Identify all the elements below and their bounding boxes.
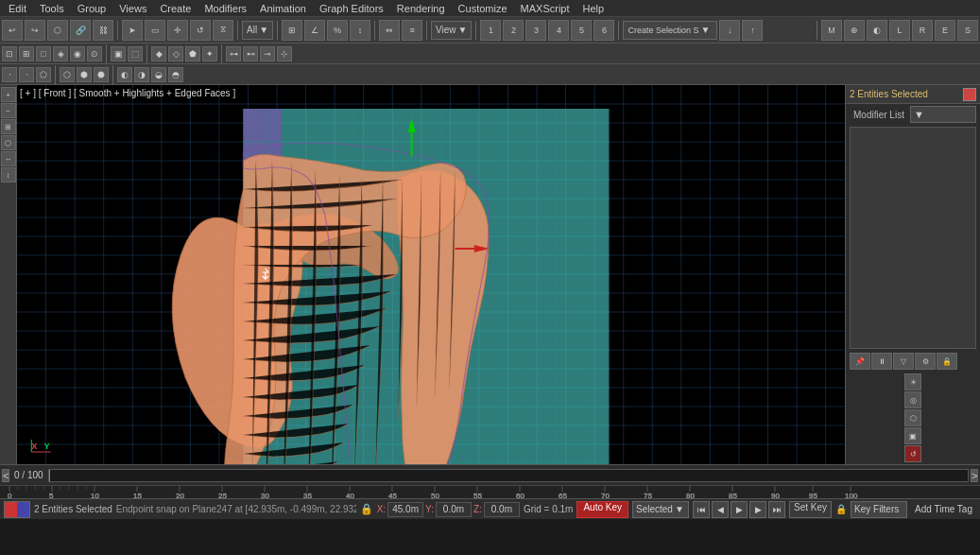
num1-btn[interactable]: 1 xyxy=(480,20,501,41)
tb2-btn9[interactable]: ◆ xyxy=(151,46,166,61)
scale-btn[interactable]: ⧖ xyxy=(213,20,233,41)
auto-key-btn[interactable]: Auto Key xyxy=(576,501,628,518)
menu-customize[interactable]: Customize xyxy=(452,2,514,15)
tb3-btn9[interactable]: ◒ xyxy=(151,67,166,82)
tb2-btn12[interactable]: ✦ xyxy=(202,46,217,61)
tb3-btn7[interactable]: ◐ xyxy=(117,67,132,82)
layer-dropdown[interactable]: All ▼ xyxy=(242,21,273,40)
select-region-btn[interactable]: ▭ xyxy=(145,20,165,41)
menu-views[interactable]: Views xyxy=(112,2,153,15)
tb2-btn15[interactable]: ⊸ xyxy=(260,46,275,61)
stat-btn[interactable]: S xyxy=(957,20,978,41)
x-value[interactable]: 45.0m xyxy=(387,502,423,517)
tb2-btn5[interactable]: ◉ xyxy=(70,46,85,61)
viewport-area[interactable]: [ + ] [ Front ] [ Smooth + Highlights + … xyxy=(17,85,845,464)
tb2-btn4[interactable]: ◈ xyxy=(53,46,68,61)
menu-animation[interactable]: Animation xyxy=(253,2,313,15)
tb2-btn1[interactable]: ⊡ xyxy=(2,46,17,61)
key-filters-dropdown[interactable]: Key Filters xyxy=(851,501,907,518)
select-obj-btn[interactable]: ⬡ xyxy=(47,20,68,41)
named-sel-btn2[interactable]: ↑ xyxy=(742,20,763,41)
tb3-btn5[interactable]: ⬢ xyxy=(77,67,92,82)
menu-tools[interactable]: Tools xyxy=(33,2,71,15)
timeline-scroll-right[interactable]: > xyxy=(971,469,978,482)
render-btn[interactable]: R xyxy=(912,20,933,41)
left-btn6[interactable]: ↕ xyxy=(1,167,16,182)
vert-btn[interactable]: ▽ xyxy=(893,353,914,370)
tb2-btn16[interactable]: ⊹ xyxy=(277,46,292,61)
manip-btn[interactable]: M xyxy=(821,20,842,41)
tb2-btn13[interactable]: ⊶ xyxy=(226,46,241,61)
num5-btn[interactable]: 5 xyxy=(571,20,592,41)
tb2-btn6[interactable]: ⊙ xyxy=(87,46,102,61)
set-key-btn[interactable]: Set Key xyxy=(789,501,832,518)
link-btn[interactable]: 🔗 xyxy=(70,20,91,41)
left-btn1[interactable]: + xyxy=(1,87,16,102)
snap-pct-btn[interactable]: % xyxy=(327,20,348,41)
tb2-btn3[interactable]: □ xyxy=(36,46,51,61)
snap-spinner-btn[interactable]: ↕ xyxy=(350,20,370,41)
num2-btn[interactable]: 2 xyxy=(503,20,524,41)
left-btn3[interactable]: ⊞ xyxy=(1,119,16,134)
move-btn[interactable]: ✛ xyxy=(167,20,188,41)
tb2-btn2[interactable]: ⊞ xyxy=(19,46,34,61)
tb2-btn14[interactable]: ⊷ xyxy=(243,46,258,61)
manip2-btn[interactable]: ⊕ xyxy=(844,20,865,41)
named-sel-btn[interactable]: ↓ xyxy=(719,20,740,41)
num4-btn[interactable]: 4 xyxy=(548,20,569,41)
modifier-dropdown[interactable]: ▼ xyxy=(910,106,976,123)
pin-stack-btn[interactable]: 📌 xyxy=(850,353,870,370)
create-selection-dropdown[interactable]: Create Selection S ▼ xyxy=(623,21,717,40)
rotate-btn[interactable]: ↺ xyxy=(190,20,211,41)
menu-maxscript[interactable]: MAXScript xyxy=(514,2,576,15)
play-btn[interactable]: ▶ xyxy=(731,501,748,518)
env-btn[interactable]: E xyxy=(935,20,955,41)
status-color-swatch[interactable] xyxy=(4,501,30,518)
layer2-btn[interactable]: L xyxy=(889,20,910,41)
select-btn[interactable]: ➤ xyxy=(122,20,143,41)
menu-create[interactable]: Create xyxy=(153,2,198,15)
tb3-btn1[interactable]: ⬝ xyxy=(2,67,17,82)
right-icon4[interactable]: ▣ xyxy=(904,427,921,444)
tb3-btn6[interactable]: ⬣ xyxy=(94,67,109,82)
snap-angle-btn[interactable]: ∠ xyxy=(304,20,325,41)
config-btn[interactable]: ⚙ xyxy=(915,353,936,370)
tb3-btn2[interactable]: ⬞ xyxy=(19,67,34,82)
next-key-btn[interactable]: ▶ xyxy=(749,501,766,518)
menu-rendering[interactable]: Rendering xyxy=(390,2,452,15)
pause-btn[interactable]: ⏸ xyxy=(871,353,892,370)
tb3-btn10[interactable]: ◓ xyxy=(168,67,183,82)
redo-btn[interactable]: ↪ xyxy=(25,20,45,41)
left-btn5[interactable]: ↔ xyxy=(1,151,16,166)
lock-btn[interactable]: 🔒 xyxy=(937,353,957,370)
tb3-btn4[interactable]: ⬡ xyxy=(60,67,75,82)
mirror-btn[interactable]: ⇔ xyxy=(379,20,400,41)
undo-btn[interactable]: ↩ xyxy=(2,20,23,41)
display-btn[interactable]: ◐ xyxy=(867,20,887,41)
prev-key-btn[interactable]: ◀ xyxy=(712,501,729,518)
tb2-btn7[interactable]: ▣ xyxy=(111,46,126,61)
right-icon2[interactable]: ◎ xyxy=(904,391,921,408)
menu-help[interactable]: Help xyxy=(576,2,611,15)
left-btn2[interactable]: − xyxy=(1,103,16,118)
viewport-dropdown[interactable]: View ▼ xyxy=(431,21,472,40)
menu-group[interactable]: Group xyxy=(71,2,113,15)
prev-frame-btn[interactable]: ⏮ xyxy=(693,501,710,518)
y-value[interactable]: 0.0m xyxy=(436,502,472,517)
tb2-btn10[interactable]: ◇ xyxy=(168,46,183,61)
tb3-btn8[interactable]: ◑ xyxy=(134,67,149,82)
right-icon1[interactable]: ☀ xyxy=(904,373,921,390)
unlink-btn[interactable]: ⛓ xyxy=(93,20,113,41)
menu-edit[interactable]: Edit xyxy=(2,2,33,15)
z-value[interactable]: 0.0m xyxy=(484,502,520,517)
right-icon5[interactable]: ↺ xyxy=(904,445,921,462)
menu-graph-editors[interactable]: Graph Editors xyxy=(313,2,390,15)
tb2-btn11[interactable]: ⬟ xyxy=(185,46,200,61)
menu-modifiers[interactable]: Modifiers xyxy=(198,2,253,15)
left-btn4[interactable]: ⬡ xyxy=(1,135,16,150)
num3-btn[interactable]: 3 xyxy=(525,20,546,41)
align-btn[interactable]: ≡ xyxy=(402,20,422,41)
right-icon3[interactable]: ⬡ xyxy=(904,409,921,426)
num6-btn[interactable]: 6 xyxy=(593,20,614,41)
next-frame-btn[interactable]: ⏭ xyxy=(768,501,785,518)
